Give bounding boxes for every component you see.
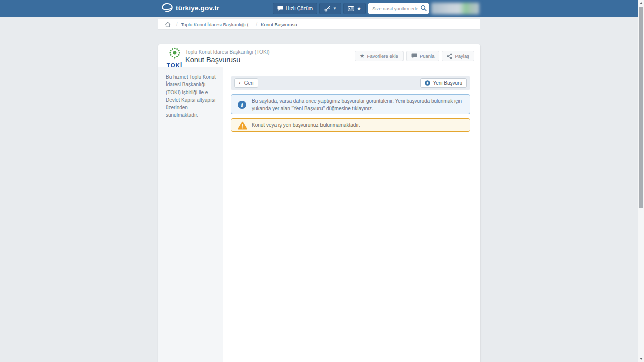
scrollbar-down-arrow[interactable] (640, 358, 643, 360)
plus-circle-icon (425, 80, 430, 86)
back-label: Geri (244, 80, 254, 86)
chevron-left-icon: ‹ (239, 80, 241, 86)
service-agency-name: Toplu Konut İdaresi Başkanlığı (TOKİ) (185, 49, 270, 55)
site-search (368, 3, 429, 14)
action-toolbar: ‹ Geri Yeni Başvuru (231, 76, 470, 90)
service-description: Bu hizmet Toplu Konut İdaresi Başkanlığı… (158, 67, 223, 125)
chevron-down-icon: ▼ (333, 6, 337, 11)
quick-solution-label: Hızlı Çözüm (286, 6, 313, 11)
service-main-area: ‹ Geri Yeni Başvuru i Bu sayfada, varsa … (223, 67, 480, 362)
home-icon[interactable] (163, 22, 173, 27)
breadcrumb: / Toplu Konut İdaresi Başkanlığı (... / … (158, 19, 480, 30)
site-title: türkiye.gov.tr (176, 4, 219, 12)
back-button[interactable]: ‹ Geri (234, 78, 258, 88)
service-card-body: Bu hizmet Toplu Konut İdaresi Başkanlığı… (158, 67, 480, 362)
rate-button[interactable]: Puanla (406, 51, 440, 61)
search-icon[interactable] (420, 5, 427, 12)
star-icon: ★ (360, 53, 365, 59)
warning-alert-text: Konut veya iş yeri başvurunuz bulunmamak… (252, 122, 464, 128)
warning-triangle-icon (237, 121, 248, 130)
page-title: Konut Başvurusu (185, 56, 240, 64)
favorite-label: Favorilere ekle (367, 53, 398, 59)
service-card: TOKİ Toplu Konut İdaresi Başkanlığı (TOK… (158, 44, 480, 362)
share-icon (447, 53, 452, 59)
scrollbar-up-arrow[interactable] (640, 2, 643, 4)
top-header-bar: türkiye.gov.tr Hızlı Çözüm ▼ ★ (0, 0, 638, 17)
key-icon (324, 6, 330, 12)
toki-logo: TOKİ (165, 47, 184, 68)
share-button[interactable]: Paylaş (442, 51, 474, 61)
breadcrumb-agency-link[interactable]: Toplu Konut İdaresi Başkanlığı (... (181, 22, 253, 27)
service-card-header: TOKİ Toplu Konut İdaresi Başkanlığı (TOK… (158, 44, 480, 67)
breadcrumb-current-page: Konut Başvurusu (261, 22, 297, 27)
new-application-label: Yeni Başvuru (433, 80, 462, 86)
info-alert: i Bu sayfada, varsa daha önce yaptığınız… (231, 94, 470, 114)
info-alert-text: Bu sayfada, varsa daha önce yaptığınız b… (252, 98, 464, 112)
edevlet-swirl-icon (160, 2, 173, 13)
speech-bubble-icon (411, 53, 417, 59)
warning-alert: Konut veya iş yeri başvurunuz bulunmamak… (231, 118, 470, 132)
profile-favorites-button[interactable]: ★ (343, 3, 366, 14)
user-name-redacted[interactable] (431, 3, 479, 14)
quick-solution-button[interactable]: Hızlı Çözüm (273, 3, 317, 14)
rate-label: Puanla (420, 53, 435, 59)
page-scrollbar (638, 0, 644, 362)
scrollbar-thumb[interactable] (639, 7, 643, 208)
speech-bubble-icon (277, 6, 283, 11)
add-to-favorites-button[interactable]: ★ Favorilere ekle (355, 51, 404, 61)
service-actions: ★ Favorilere ekle Puanla Paylaş (355, 51, 474, 61)
new-application-button[interactable]: Yeni Başvuru (420, 78, 467, 88)
breadcrumb-separator: / (256, 22, 258, 27)
id-card-icon (348, 6, 354, 11)
star-icon: ★ (357, 6, 361, 11)
service-sidebar: Bu hizmet Toplu Konut İdaresi Başkanlığı… (158, 67, 223, 362)
breadcrumb-separator: / (176, 22, 178, 27)
info-icon: i (238, 101, 246, 109)
login-key-menu-button[interactable]: ▼ (319, 3, 341, 14)
turkiye-gov-tr-logo[interactable]: türkiye.gov.tr (160, 2, 219, 13)
share-label: Paylaş (455, 53, 469, 59)
